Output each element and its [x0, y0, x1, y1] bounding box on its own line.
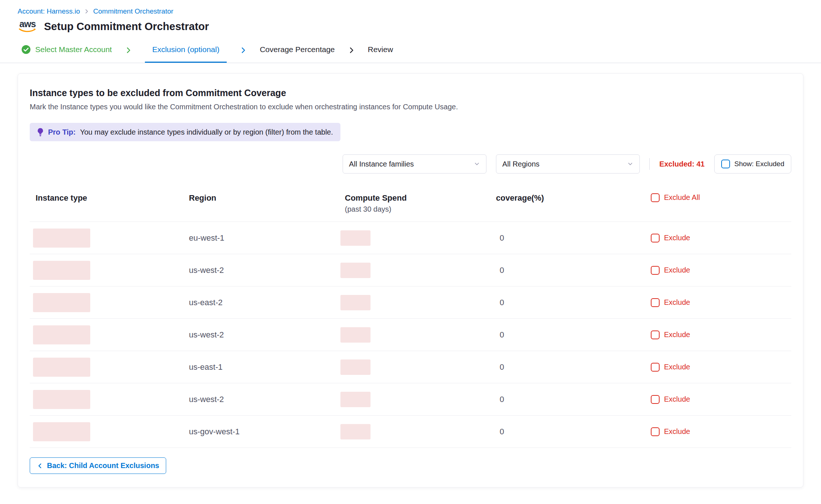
- table-row: eu-west-10Exclude: [30, 222, 791, 254]
- coverage-cell: 0: [496, 427, 651, 437]
- divider: [649, 158, 650, 170]
- exclude-checkbox[interactable]: [651, 363, 660, 372]
- chevron-right-icon: [239, 46, 247, 54]
- redacted-compute-spend: [340, 295, 371, 310]
- header-compute-spend-sub: (past 30 days): [345, 205, 391, 213]
- step-label: Select Master Account: [35, 45, 112, 54]
- table-row: us-west-20Exclude: [30, 319, 791, 351]
- redacted-instance-type: [33, 358, 90, 377]
- region-cell: eu-west-1: [189, 233, 345, 243]
- section-subtitle: Mark the Instance types you would like t…: [30, 103, 791, 111]
- step-review[interactable]: Review: [368, 37, 393, 63]
- section-title: Instance types to be excluded from Commi…: [30, 88, 791, 98]
- chevron-left-icon: [37, 463, 43, 469]
- coverage-cell: 0: [496, 330, 651, 340]
- redacted-compute-spend: [340, 424, 371, 439]
- regions-select[interactable]: All Regions: [496, 154, 640, 174]
- table-row: us-west-20Exclude: [30, 383, 791, 416]
- exclusion-table: Instance type Region Compute Spend (past…: [30, 193, 791, 448]
- chevron-down-icon: [627, 161, 634, 167]
- step-label: Review: [368, 45, 393, 54]
- region-cell: us-west-2: [189, 330, 345, 340]
- step-label: Exclusion (optional): [152, 45, 219, 54]
- redacted-compute-spend: [340, 359, 371, 375]
- exclude-label: Exclude: [664, 266, 690, 274]
- check-circle-icon: [21, 45, 31, 54]
- exclude-checkbox[interactable]: [651, 427, 660, 436]
- coverage-cell: 0: [496, 266, 651, 275]
- aws-logo-icon: aws: [18, 20, 37, 33]
- lightbulb-icon: [37, 128, 44, 136]
- exclude-row-control[interactable]: Exclude: [651, 330, 791, 339]
- exclude-checkbox[interactable]: [651, 395, 660, 404]
- coverage-cell: 0: [496, 395, 651, 404]
- coverage-cell: 0: [496, 233, 651, 243]
- back-button-label: Back: Child Account Exclusions: [47, 461, 159, 470]
- redacted-compute-spend: [340, 327, 371, 343]
- step-exclusion[interactable]: Exclusion (optional): [145, 37, 227, 63]
- table-row: us-east-20Exclude: [30, 286, 791, 319]
- table-row: us-gov-west-10Exclude: [30, 416, 791, 448]
- exclusion-card: Instance types to be excluded from Commi…: [18, 73, 803, 487]
- region-cell: us-west-2: [189, 395, 345, 404]
- region-cell: us-gov-west-1: [189, 427, 345, 437]
- instance-families-value: All Instance families: [349, 160, 414, 168]
- exclude-row-control[interactable]: Exclude: [651, 234, 791, 242]
- header-compute-spend: Compute Spend: [345, 193, 407, 203]
- step-select-master-account[interactable]: Select Master Account: [21, 37, 112, 63]
- redacted-instance-type: [33, 390, 90, 409]
- breadcrumb-chevron-icon: [84, 8, 90, 14]
- breadcrumb: Account: Harness.io Commitment Orchestra…: [18, 7, 803, 15]
- page-title: Setup Commitment Orchestrator: [44, 21, 209, 33]
- show-excluded-label: Show: Excluded: [734, 160, 784, 168]
- table-row: us-west-20Exclude: [30, 254, 791, 286]
- exclude-all-control[interactable]: Exclude All: [651, 193, 791, 213]
- header-coverage: coverage(%): [496, 193, 544, 203]
- exclude-row-control[interactable]: Exclude: [651, 298, 791, 307]
- exclude-label: Exclude: [664, 234, 690, 242]
- chevron-right-icon: [124, 46, 132, 54]
- table-row: us-east-10Exclude: [30, 351, 791, 383]
- exclude-label: Exclude: [664, 395, 690, 403]
- header-region: Region: [189, 193, 216, 203]
- exclude-label: Exclude: [664, 330, 690, 339]
- page-header: Account: Harness.io Commitment Orchestra…: [0, 0, 821, 33]
- stepper: Select Master Account Exclusion (optiona…: [0, 37, 821, 63]
- filter-row: All Instance families All Regions Exclud…: [30, 154, 791, 174]
- region-cell: us-east-1: [189, 362, 345, 372]
- exclude-row-control[interactable]: Exclude: [651, 427, 791, 436]
- exclude-checkbox[interactable]: [651, 266, 660, 275]
- redacted-instance-type: [33, 261, 90, 280]
- instance-families-select[interactable]: All Instance families: [343, 154, 486, 174]
- redacted-instance-type: [33, 325, 90, 344]
- exclude-row-control[interactable]: Exclude: [651, 363, 791, 372]
- exclude-checkbox[interactable]: [651, 234, 660, 242]
- redacted-instance-type: [33, 229, 90, 248]
- show-excluded-toggle[interactable]: Show: Excluded: [714, 154, 791, 174]
- coverage-cell: 0: [496, 298, 651, 307]
- regions-value: All Regions: [502, 160, 539, 168]
- exclude-label: Exclude: [664, 298, 690, 307]
- redacted-compute-spend: [340, 392, 371, 407]
- exclude-checkbox[interactable]: [651, 298, 660, 307]
- exclude-row-control[interactable]: Exclude: [651, 395, 791, 404]
- redacted-instance-type: [33, 422, 90, 441]
- exclude-label: Exclude: [664, 363, 690, 371]
- title-row: aws Setup Commitment Orchestrator: [18, 20, 803, 33]
- exclude-label: Exclude: [664, 427, 690, 436]
- pro-tip-banner: Pro Tip: You may exclude instance types …: [30, 123, 340, 141]
- breadcrumb-account-link[interactable]: Account: Harness.io: [18, 7, 80, 15]
- exclude-checkbox[interactable]: [651, 330, 660, 339]
- step-label: Coverage Percentage: [260, 45, 335, 54]
- exclude-all-checkbox[interactable]: [651, 193, 660, 202]
- back-button[interactable]: Back: Child Account Exclusions: [30, 457, 166, 474]
- exclude-row-control[interactable]: Exclude: [651, 266, 791, 275]
- breadcrumb-page-link[interactable]: Commitment Orchestrator: [93, 7, 174, 15]
- header-instance-type: Instance type: [36, 193, 87, 203]
- chevron-right-icon: [347, 46, 355, 54]
- region-cell: us-east-2: [189, 298, 345, 307]
- step-coverage-percentage[interactable]: Coverage Percentage: [260, 37, 335, 63]
- excluded-count: Excluded: 41: [659, 160, 704, 168]
- pro-tip-text: You may exclude instance types individua…: [80, 128, 333, 136]
- show-excluded-checkbox[interactable]: [721, 160, 730, 168]
